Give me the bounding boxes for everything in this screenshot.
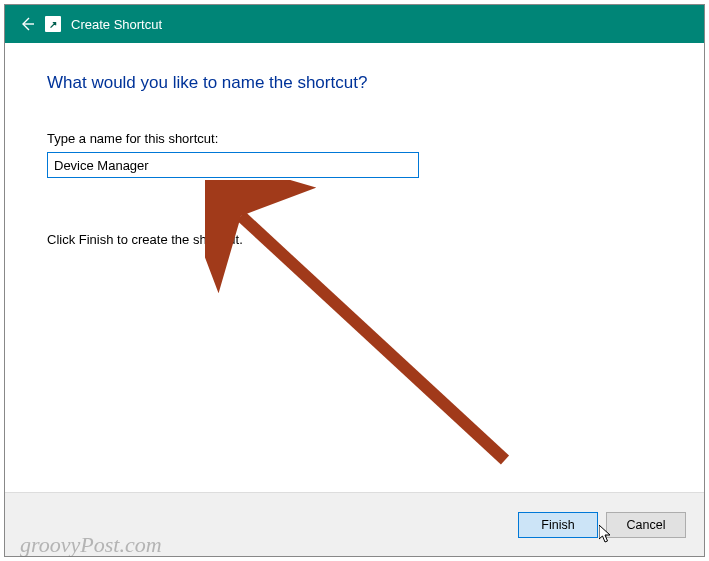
back-arrow-icon bbox=[18, 15, 36, 33]
footer-bar: Finish Cancel bbox=[5, 492, 704, 556]
help-text: Click Finish to create the shortcut. bbox=[47, 232, 662, 247]
input-label: Type a name for this shortcut: bbox=[47, 131, 662, 146]
back-button[interactable] bbox=[13, 10, 41, 38]
titlebar: Create Shortcut bbox=[5, 5, 704, 43]
finish-button[interactable]: Finish bbox=[518, 512, 598, 538]
content-area: What would you like to name the shortcut… bbox=[5, 43, 704, 492]
dialog-window: Create Shortcut What would you like to n… bbox=[4, 4, 705, 557]
shortcut-icon bbox=[45, 16, 61, 32]
page-heading: What would you like to name the shortcut… bbox=[47, 73, 662, 93]
shortcut-name-input[interactable] bbox=[47, 152, 419, 178]
cancel-button[interactable]: Cancel bbox=[606, 512, 686, 538]
window-title: Create Shortcut bbox=[71, 17, 162, 32]
